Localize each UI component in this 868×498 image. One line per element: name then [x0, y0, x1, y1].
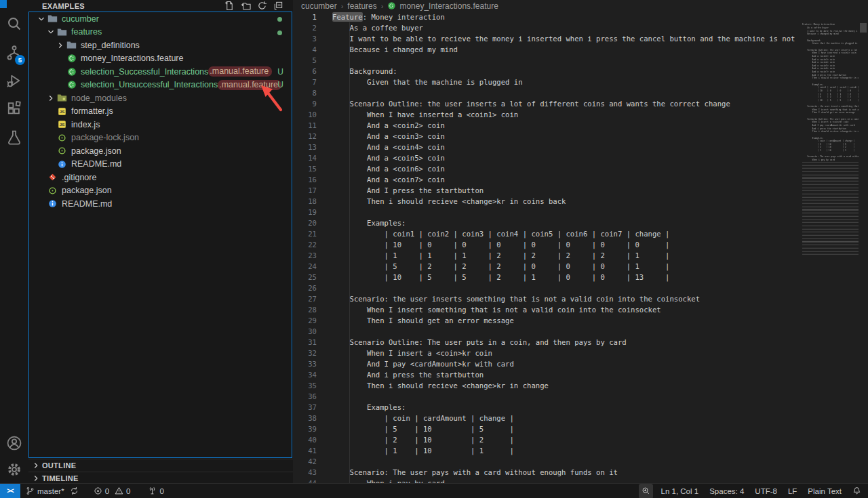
tree-item-index-js[interactable]: JSindex.js	[29, 118, 292, 131]
language-mode[interactable]: Plain Text	[805, 484, 844, 498]
tree-item-label: package.json	[71, 146, 121, 156]
code-line[interactable]: And a <coin4> coin	[332, 142, 868, 152]
code-line[interactable]: Scenario: the user inserts something tha…	[332, 293, 868, 304]
account-icon[interactable]	[0, 430, 28, 457]
code-editor[interactable]: 1234567891011121314151617181920212223242…	[293, 12, 868, 483]
git-branch[interactable]: master*	[23, 484, 67, 498]
code-line[interactable]: I want to be able to recieve the money i…	[332, 33, 868, 44]
code-line[interactable]	[332, 207, 868, 217]
extensions-icon[interactable]	[0, 95, 28, 122]
settings-icon[interactable]	[0, 456, 28, 483]
tree-item-cucumber[interactable]: cucumber	[29, 12, 292, 26]
code-line[interactable]: | coin | cardAmount | change |	[332, 413, 868, 423]
code-line[interactable]	[332, 87, 868, 98]
sync-status[interactable]	[67, 484, 81, 498]
code-line[interactable]: When I insert a <coin>kr coin	[332, 348, 868, 358]
indentation[interactable]: Spaces: 4	[707, 484, 747, 498]
notifications[interactable]	[850, 484, 864, 498]
code-line[interactable]: | 10 | 0 | 0 | 0 | 0 | 0 | 0 | 0 |	[332, 239, 868, 250]
collapse-all-icon[interactable]	[273, 1, 283, 12]
code-line[interactable]: Background:	[332, 66, 868, 77]
outline-section[interactable]: OUTLINE	[28, 459, 293, 472]
tree-item-node-modules[interactable]: node_modules	[29, 91, 292, 105]
line-number: 24	[293, 261, 317, 272]
code-line[interactable]: Because i changed my mind	[332, 44, 868, 55]
code-line[interactable]: When i pay by card	[332, 478, 868, 483]
code-line[interactable]: Scenario: The user pays with a card with…	[332, 467, 868, 478]
scrollbar-thumb[interactable]	[860, 23, 867, 33]
source-control-icon[interactable]: 5	[0, 39, 28, 66]
search-icon[interactable]	[0, 10, 28, 37]
code-line[interactable]: Scenario Outline: The user puts in a coi…	[332, 337, 868, 348]
errors[interactable]: 0	[91, 484, 112, 498]
code-line[interactable]: And I press the startbutton	[332, 185, 868, 196]
ports-forwarded[interactable]: 0	[145, 484, 166, 498]
code-line[interactable]: Examples:	[332, 402, 868, 413]
new-file-icon[interactable]	[224, 1, 235, 12]
tree-item-package-json[interactable]: package.json	[29, 144, 292, 158]
line-number: 36	[293, 391, 317, 402]
code-line[interactable]: | 2 | 10 | 2 |	[332, 434, 868, 445]
new-folder-icon[interactable]	[240, 1, 251, 12]
chevron-down-icon[interactable]	[31, 1, 41, 11]
code-line[interactable]	[332, 283, 868, 293]
breadcrumb-folder[interactable]: features	[347, 1, 376, 11]
line-number: 8	[293, 87, 317, 98]
code-line[interactable]: | coin1 | coin2 | coin3 | coin4 | coin5 …	[332, 228, 868, 239]
code-line[interactable]: And a <coin6> coin	[332, 163, 868, 174]
remote-indicator[interactable]: ><	[0, 484, 20, 498]
breadcrumb-file[interactable]: money_Interactions.feature	[387, 1, 498, 11]
code-line[interactable]	[332, 456, 868, 467]
breadcrumb-root[interactable]: cucumber	[301, 1, 337, 11]
code-line[interactable]: And a <coin2> coin	[332, 120, 868, 131]
encoding[interactable]: UTF-8	[752, 484, 780, 498]
code-line[interactable]: Then I should get an error message	[332, 315, 868, 326]
code-line[interactable]: | 5 | 2 | 2 | 2 | 0 | 0 | 0 | 1 |	[332, 261, 868, 272]
code-line[interactable]: | 1 | 10 | 1 |	[332, 445, 868, 456]
line-number: 2	[293, 22, 317, 33]
code-line[interactable]: Then i should recieve <change>kr in chan…	[332, 380, 868, 391]
editor-scrollbar[interactable]	[859, 23, 868, 483]
code-line[interactable]: And a <coin7> coin	[332, 174, 868, 185]
code-line[interactable]: And I pay <cardAmount>kr with card	[332, 358, 868, 369]
code-line[interactable]: Given that the machine is plugged in	[332, 77, 868, 87]
code-line[interactable]: And a <coin3> coin	[332, 131, 868, 142]
tree-item-money-interactions-feature[interactable]: money_Interactions.feature	[29, 52, 292, 66]
cursor-position[interactable]: Ln 1, Col 1	[658, 484, 702, 498]
code-line[interactable]	[332, 391, 868, 402]
code-line[interactable]: When I insert something that is not a va…	[332, 304, 868, 315]
minimap[interactable]: Feature: Money interaction As a coffee b…	[802, 23, 859, 483]
code-line[interactable]: | 5 | 10 | 5 |	[332, 423, 868, 434]
code-line[interactable]: When I have inserted a <coin1> coin	[332, 109, 868, 120]
folder-icon	[56, 26, 68, 37]
run-debug-icon[interactable]	[0, 67, 28, 94]
code-line[interactable]: Examples:	[332, 217, 868, 228]
tree-item-readme-md[interactable]: README.md	[29, 197, 292, 211]
code-line[interactable]: And a <coin5> coin	[332, 152, 868, 163]
code-line[interactable]: Then i should recieve <change>kr in coin…	[332, 196, 868, 207]
tree-item-package-json[interactable]: package.json	[29, 184, 292, 198]
code-line[interactable]: | 10 | 5 | 5 | 2 | 1 | 0 | 0 | 13 |	[332, 272, 868, 283]
code-line[interactable]	[332, 55, 868, 66]
tree-item-package-lock-json[interactable]: package-lock.json	[29, 131, 292, 145]
tree-item-readme-md[interactable]: README.md	[29, 158, 292, 171]
code-line[interactable]: Scenario Outline: the user inserts a lot…	[332, 98, 868, 109]
tree-item-features[interactable]: features	[29, 26, 292, 39]
code-line[interactable]: | 1 | 1 | 1 | 2 | 2 | 2 | 2 | 1 |	[332, 250, 868, 261]
code-line[interactable]	[332, 326, 868, 337]
tree-item--gitignore[interactable]: .gitignore	[29, 171, 292, 184]
code-line[interactable]: As a coffee buyer	[332, 22, 868, 33]
eol[interactable]: LF	[785, 484, 800, 498]
code-line[interactable]: And i press the startbutton	[332, 369, 868, 380]
screencast-zoom[interactable]	[639, 484, 653, 498]
npm-icon	[56, 146, 68, 157]
tree-item-step-definitions[interactable]: step_definitions	[29, 39, 292, 52]
testing-icon[interactable]	[0, 124, 28, 151]
tree-item-selection-successful-interactions[interactable]: selection_Successful_Interactions.manual…	[29, 65, 292, 79]
tree-item-formatter-js[interactable]: JSformatter.js	[29, 105, 292, 119]
warning-icon	[115, 486, 123, 495]
refresh-icon[interactable]	[256, 1, 267, 12]
tree-item-selection-unsuccessful-interactions[interactable]: selection_Unsuccessful_Interactions.manu…	[29, 79, 292, 92]
warnings[interactable]: 0	[112, 484, 133, 498]
code-line[interactable]: Feature: Money interaction	[332, 12, 868, 22]
